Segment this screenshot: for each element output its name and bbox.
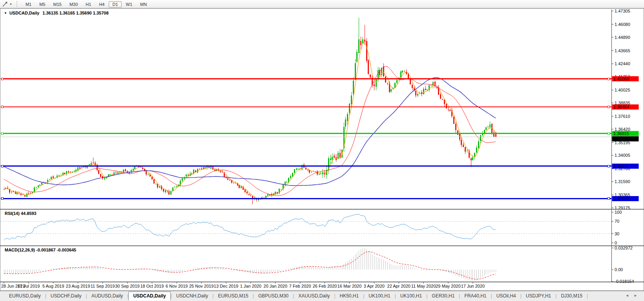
chart-tab-uk100-h1-9[interactable]: UK100,H1 bbox=[364, 292, 394, 300]
moving-average-4-line bbox=[4, 42, 496, 199]
trendline-tool-icon[interactable] bbox=[2, 1, 8, 7]
chart-tab-usdcnh-daily-4[interactable]: USDCNH,Daily bbox=[172, 292, 212, 300]
chart-title: ▼ USDCAD,Daily 1.36135 1.36165 1.35690 1… bbox=[4, 11, 109, 15]
timeframe-button-h4[interactable]: H4 bbox=[95, 1, 108, 7]
timeframe-button-m15[interactable]: M15 bbox=[50, 1, 65, 7]
chart-tab-usoil-h4-13[interactable]: USOil,H4 bbox=[492, 292, 520, 300]
price-chart-pane[interactable] bbox=[0, 9, 644, 209]
macd-histogram bbox=[4, 248, 496, 281]
chart-tab-hk50-h1-8[interactable]: HK50,H1 bbox=[336, 292, 363, 300]
tab-scroll-right-icon[interactable]: ► bbox=[632, 294, 639, 297]
top-toolbar: ▼ M1M5M15M30H1H4D1W1MN bbox=[0, 0, 644, 8]
chart-tab-gbpusd-m30-6[interactable]: GBPUSD,M30 bbox=[254, 292, 293, 300]
rsi-indicator-pane[interactable] bbox=[0, 209, 644, 246]
tab-scroll-left-icon[interactable]: ◄ bbox=[624, 294, 631, 297]
tool-dropdown-caret-icon[interactable]: ▼ bbox=[9, 3, 12, 6]
rsi-current-value: 44.8593 bbox=[21, 211, 36, 216]
chart-tab-usdchf-daily-1[interactable]: USDCHF,Daily bbox=[46, 292, 86, 300]
macd-indicator-pane[interactable] bbox=[0, 246, 644, 282]
chart-tab-usdcad-daily-3[interactable]: USDCAD,Daily bbox=[128, 292, 170, 301]
support-line-lower[interactable] bbox=[1, 198, 611, 200]
chart-tabs: EURUSD,Daily|USDCHF,Daily|AUDUSD,Daily|U… bbox=[5, 291, 588, 301]
resistance-line-lower[interactable] bbox=[1, 106, 611, 108]
chart-tab-uk100-h1-10[interactable]: UK100,H1 bbox=[396, 292, 426, 300]
macd-current-values: -0.001867 -0.003645 bbox=[36, 248, 76, 252]
timeframe-button-w1[interactable]: W1 bbox=[122, 1, 136, 7]
rsi-name: RSI(14) bbox=[5, 211, 20, 216]
rsi-label: RSI(14) 44.8593 bbox=[5, 211, 36, 216]
chart-tab-xauusd-daily-7[interactable]: XAUUSD,Daily bbox=[294, 292, 334, 300]
timeframe-button-m5[interactable]: M5 bbox=[36, 1, 49, 7]
moving-average-18-line bbox=[4, 66, 496, 196]
candles-layer bbox=[4, 18, 496, 204]
chart-tab-eurusd-m15-5[interactable]: EURUSD,M15 bbox=[213, 292, 252, 300]
macd-name: MACD(12,26,9) bbox=[5, 248, 35, 252]
tab-separator: | bbox=[587, 292, 588, 300]
chart-tab-eurusd-daily-0[interactable]: EURUSD,Daily bbox=[5, 292, 45, 300]
timeframe-button-group: M1M5M15M30H1H4D1W1MN bbox=[22, 0, 151, 7]
timeframe-button-m1[interactable]: M1 bbox=[22, 1, 35, 7]
timeframe-button-mn[interactable]: MN bbox=[137, 1, 150, 7]
rsi-line bbox=[4, 214, 496, 240]
resistance-line-upper[interactable] bbox=[1, 78, 611, 80]
timeframe-button-d1[interactable]: D1 bbox=[109, 1, 121, 7]
chart-tab-fra40-h1-12[interactable]: FRA40,H1 bbox=[460, 292, 491, 300]
chart-tab-usdjpy-h1-14[interactable]: USDJPY,H1 bbox=[522, 292, 555, 300]
chart-tab-bar: EURUSD,Daily|USDCHF,Daily|AUDUSD,Daily|U… bbox=[0, 291, 644, 301]
timeframe-button-m30[interactable]: M30 bbox=[66, 1, 81, 7]
chart-symbol-period: USDCAD,Daily bbox=[9, 11, 39, 15]
chart-menu-triangle-icon[interactable]: ▼ bbox=[4, 11, 7, 15]
chart-tab-ger30-h1-11[interactable]: GER30,H1 bbox=[427, 292, 459, 300]
pivot-line-green[interactable] bbox=[1, 132, 611, 134]
macd-label: MACD(12,26,9) -0.001867 -0.003645 bbox=[5, 248, 76, 252]
macd-signal-line bbox=[4, 252, 496, 279]
timeframe-button-h1[interactable]: H1 bbox=[82, 1, 95, 7]
chart-ohlc-values: 1.36135 1.36165 1.35690 1.35708 bbox=[42, 11, 108, 15]
toolbar-grip-handle[interactable] bbox=[16, 1, 18, 7]
support-line-upper[interactable] bbox=[1, 165, 611, 167]
chart-tab-audusd-daily-2[interactable]: AUDUSD,Daily bbox=[87, 292, 128, 300]
tab-scroll-arrows: ◄ ► bbox=[624, 294, 639, 297]
chart-tab-dj30-m15-15[interactable]: DJ30,M15 bbox=[556, 292, 587, 300]
